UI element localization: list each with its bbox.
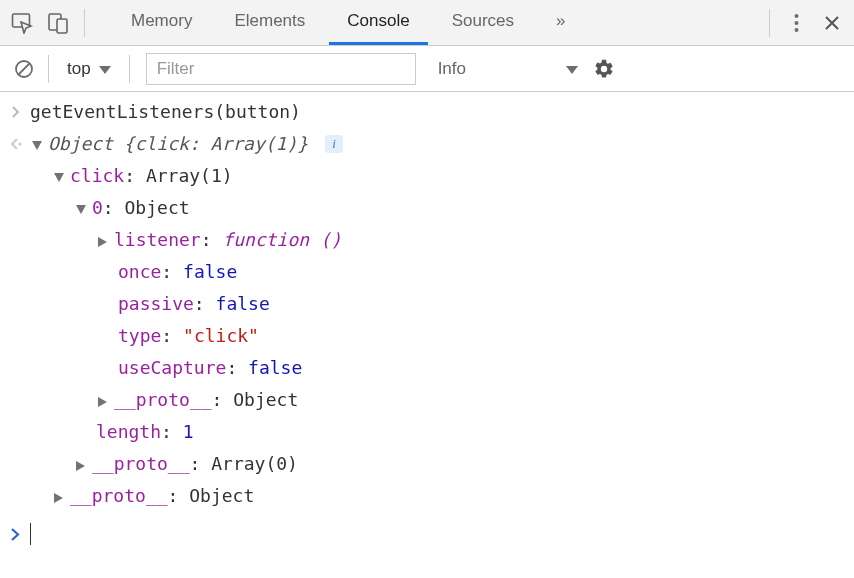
- disclosure-triangle-closed-icon[interactable]: [74, 459, 88, 473]
- log-level-select[interactable]: Info: [428, 53, 588, 85]
- disclosure-triangle-open-icon[interactable]: [74, 203, 88, 217]
- clear-console-icon[interactable]: [8, 53, 40, 85]
- console-output: getEventListeners(button) Object {click:…: [0, 92, 854, 550]
- disclosure-triangle-open-icon[interactable]: [52, 171, 66, 185]
- svg-point-4: [794, 21, 798, 25]
- property-usecapture[interactable]: useCapture: false: [118, 352, 854, 384]
- execution-context-select[interactable]: top: [57, 53, 121, 85]
- console-prompt[interactable]: [0, 518, 854, 550]
- property-listener[interactable]: listener: function (): [96, 224, 854, 256]
- tab-sources[interactable]: Sources: [434, 0, 532, 45]
- prompt-input[interactable]: [30, 518, 854, 550]
- close-icon[interactable]: [814, 5, 850, 41]
- svg-point-5: [794, 28, 798, 32]
- property-proto-array[interactable]: __proto__: Array(0): [74, 448, 854, 480]
- filter-input[interactable]: [146, 53, 416, 85]
- result-root[interactable]: Object {click: Array(1)} i click: Array(…: [30, 128, 854, 512]
- panel-tabs: Memory Elements Console Sources »: [113, 0, 584, 45]
- console-result: Object {click: Array(1)} i click: Array(…: [0, 128, 854, 512]
- disclosure-triangle-closed-icon[interactable]: [96, 235, 110, 249]
- devtools-tabbar: Memory Elements Console Sources »: [0, 0, 854, 46]
- property-click[interactable]: click: Array(1): [52, 160, 854, 192]
- divider: [84, 9, 85, 37]
- disclosure-triangle-closed-icon[interactable]: [52, 491, 66, 505]
- property-proto-object[interactable]: __proto__: Object: [96, 384, 854, 416]
- divider: [129, 55, 130, 83]
- property-passive[interactable]: passive: false: [118, 288, 854, 320]
- property-index-0[interactable]: 0: Object: [74, 192, 854, 224]
- console-input-echo: getEventListeners(button): [0, 96, 854, 128]
- input-expression: getEventListeners(button): [30, 96, 854, 128]
- disclosure-triangle-closed-icon[interactable]: [96, 395, 110, 409]
- context-label: top: [67, 59, 91, 79]
- console-toolbar: top Info: [0, 46, 854, 92]
- kebab-menu-icon[interactable]: [778, 5, 814, 41]
- svg-point-3: [794, 14, 798, 18]
- property-type[interactable]: type: "click": [118, 320, 854, 352]
- divider: [48, 55, 49, 83]
- svg-point-7: [18, 142, 21, 145]
- tab-memory[interactable]: Memory: [113, 0, 210, 45]
- property-length[interactable]: length: 1: [96, 416, 854, 448]
- device-toggle-icon[interactable]: [40, 5, 76, 41]
- settings-gear-icon[interactable]: [588, 53, 620, 85]
- divider: [769, 9, 770, 37]
- level-label: Info: [438, 59, 466, 79]
- tab-overflow[interactable]: »: [538, 0, 583, 45]
- chevron-down-icon: [566, 59, 578, 79]
- inspect-element-icon[interactable]: [4, 5, 40, 41]
- info-badge-icon[interactable]: i: [325, 135, 343, 153]
- svg-rect-2: [57, 19, 67, 33]
- tab-console[interactable]: Console: [329, 0, 427, 45]
- prompt-chevron-icon: [0, 518, 30, 550]
- chevron-down-icon: [99, 59, 111, 79]
- property-once[interactable]: once: false: [118, 256, 854, 288]
- object-summary: Object {click: Array(1)}: [48, 133, 308, 154]
- disclosure-triangle-open-icon[interactable]: [30, 139, 44, 153]
- property-proto-root[interactable]: __proto__: Object: [52, 480, 854, 512]
- output-chevron-icon: [0, 128, 30, 160]
- input-chevron-icon: [0, 96, 30, 128]
- tab-elements[interactable]: Elements: [216, 0, 323, 45]
